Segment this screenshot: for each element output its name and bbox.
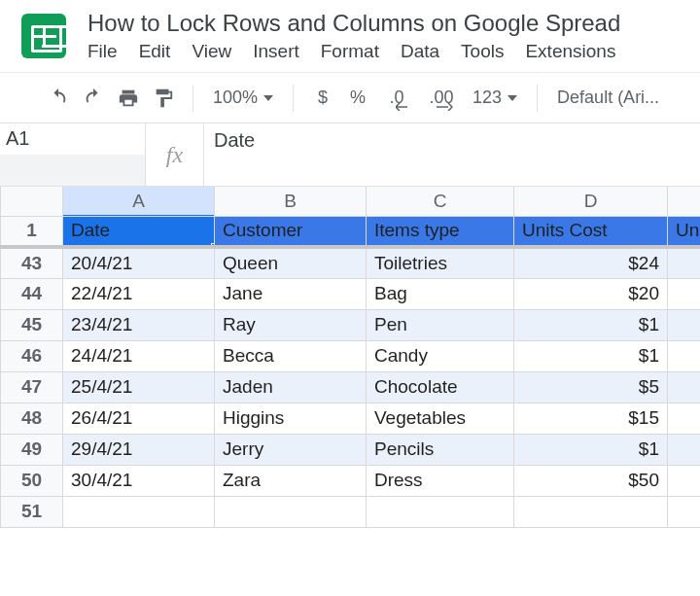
cell[interactable]: Units Cost	[514, 216, 668, 247]
cell[interactable]: $1	[514, 340, 668, 371]
name-box[interactable]: A1	[0, 123, 146, 186]
cell[interactable]: 24/4/21	[63, 340, 215, 371]
cell[interactable]	[668, 465, 701, 496]
cell[interactable]: Unit	[668, 216, 701, 247]
cell[interactable]: $24	[514, 247, 668, 278]
cell[interactable]	[514, 496, 668, 527]
cell[interactable]: Jerry	[215, 434, 367, 465]
paint-format-button[interactable]	[148, 83, 179, 114]
increase-decimal-button[interactable]: .00	[420, 83, 463, 114]
redo-button[interactable]	[78, 83, 109, 114]
cell[interactable]	[668, 403, 701, 434]
cell[interactable]	[668, 434, 701, 465]
cell[interactable]: 29/4/21	[63, 434, 215, 465]
cell[interactable]: 20/4/21	[63, 247, 215, 278]
print-icon	[118, 88, 139, 109]
cell[interactable]: Vegetables	[367, 403, 514, 434]
menu-file[interactable]: File	[88, 41, 118, 62]
increase-decimal-icon: .00	[430, 88, 454, 108]
cell[interactable]: Pencils	[367, 434, 514, 465]
row-header[interactable]: 48	[1, 403, 63, 434]
frozen-header-row: 1 Date Customer Items type Units Cost Un…	[1, 216, 701, 247]
row-header[interactable]: 44	[1, 278, 63, 309]
cell[interactable]: Ray	[215, 309, 367, 340]
menu-data[interactable]: Data	[401, 41, 439, 62]
cell[interactable]	[668, 278, 701, 309]
document-title[interactable]: How to Lock Rows and Columns on Google S…	[88, 8, 700, 41]
cell[interactable]: $50	[514, 465, 668, 496]
number-format-select[interactable]: 123	[467, 88, 523, 108]
column-header-c[interactable]: C	[367, 187, 514, 216]
cell[interactable]: Bag	[367, 278, 514, 309]
logo-wrap	[0, 8, 88, 58]
format-currency-button[interactable]: $	[307, 83, 338, 114]
cell[interactable]: Higgins	[215, 403, 367, 434]
percent-label: %	[350, 88, 366, 108]
row-header[interactable]: 46	[1, 340, 63, 371]
row-header[interactable]: 49	[1, 434, 63, 465]
menu-extensions[interactable]: Extensions	[525, 41, 615, 62]
cell[interactable]: Zara	[215, 465, 367, 496]
cell[interactable]: 26/4/21	[63, 403, 215, 434]
format-percent-button[interactable]: %	[342, 83, 373, 114]
row-header[interactable]: 45	[1, 309, 63, 340]
cell[interactable]: $15	[514, 403, 668, 434]
title-area: How to Lock Rows and Columns on Google S…	[88, 8, 700, 72]
cell[interactable]	[668, 340, 701, 371]
cell[interactable]	[668, 496, 701, 527]
cell[interactable]: $1	[514, 309, 668, 340]
cell[interactable]: Customer	[215, 216, 367, 247]
cell[interactable]	[668, 309, 701, 340]
cell[interactable]: Jaden	[215, 371, 367, 403]
cell[interactable]: Dress	[367, 465, 514, 496]
cell[interactable]: Pen	[367, 309, 514, 340]
cell[interactable]: Candy	[367, 340, 514, 371]
row-header[interactable]: 43	[1, 247, 63, 278]
menu-edit[interactable]: Edit	[139, 41, 171, 62]
cell[interactable]: Toiletries	[367, 247, 514, 278]
menu-view[interactable]: View	[192, 41, 231, 62]
cell[interactable]: $1	[514, 434, 668, 465]
cell[interactable]: Becca	[215, 340, 367, 371]
menu-tools[interactable]: Tools	[461, 41, 504, 62]
decrease-decimal-button[interactable]: .0	[377, 83, 416, 114]
row-header[interactable]: 51	[1, 496, 63, 527]
cell[interactable]: 22/4/21	[63, 278, 215, 309]
cell[interactable]: 25/4/21	[63, 371, 215, 403]
paint-format-icon	[153, 88, 174, 109]
row-header[interactable]: 47	[1, 371, 63, 403]
cell[interactable]: Jane	[215, 278, 367, 309]
column-header-d[interactable]: D	[514, 187, 668, 216]
undo-button[interactable]	[43, 83, 74, 114]
cell[interactable]: 23/4/21	[63, 309, 215, 340]
select-all-corner[interactable]	[1, 187, 63, 216]
row-header[interactable]: 1	[1, 216, 63, 247]
cell[interactable]: Items type	[367, 216, 514, 247]
menu-insert[interactable]: Insert	[253, 41, 299, 62]
cell[interactable]: Date	[63, 216, 215, 247]
cell[interactable]: $20	[514, 278, 668, 309]
cell[interactable]: $5	[514, 371, 668, 403]
cell[interactable]	[668, 247, 701, 278]
cell[interactable]	[63, 496, 215, 527]
toolbar: 100% $ % .0 .00 123 Default (Ari...	[0, 72, 700, 123]
row-header[interactable]: 50	[1, 465, 63, 496]
cell[interactable]: 30/4/21	[63, 465, 215, 496]
zoom-select[interactable]: 100%	[207, 88, 279, 108]
name-box-dropdown[interactable]	[0, 155, 145, 186]
column-header-a[interactable]: A	[63, 187, 215, 216]
menu-format[interactable]: Format	[321, 41, 379, 62]
formula-input[interactable]: Date	[204, 123, 700, 186]
cell[interactable]: Queen	[215, 247, 367, 278]
cell[interactable]	[367, 496, 514, 527]
cell[interactable]	[215, 496, 367, 527]
cell[interactable]: Chocolate	[367, 371, 514, 403]
spreadsheet-grid[interactable]: A B C D 1 Date Customer Items type Units…	[0, 187, 700, 528]
print-button[interactable]	[113, 83, 144, 114]
column-header-e[interactable]	[668, 187, 701, 216]
cell[interactable]	[668, 371, 701, 403]
column-header-b[interactable]: B	[215, 187, 367, 216]
sheets-logo-icon[interactable]	[21, 14, 66, 58]
font-select[interactable]: Default (Ari...	[551, 88, 665, 108]
chevron-down-icon	[508, 95, 517, 101]
